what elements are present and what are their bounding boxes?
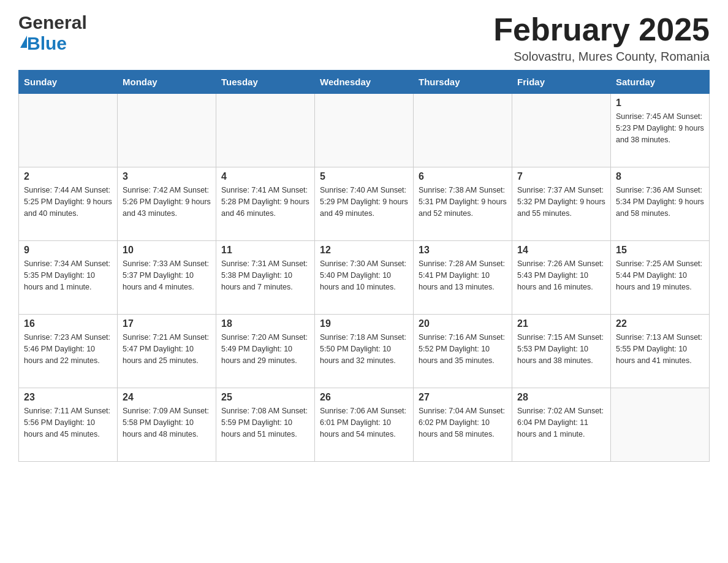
day-info: Sunrise: 7:08 AM Sunset: 5:59 PM Dayligh…: [221, 405, 309, 440]
weekday-header-thursday: Thursday: [414, 71, 512, 94]
calendar-week-row: 1Sunrise: 7:45 AM Sunset: 5:23 PM Daylig…: [19, 94, 710, 167]
calendar-day-cell: 24Sunrise: 7:09 AM Sunset: 5:58 PM Dayli…: [118, 388, 216, 462]
weekday-header-sunday: Sunday: [19, 71, 118, 94]
day-number: 10: [123, 245, 211, 256]
day-number: 2: [24, 171, 112, 182]
calendar-day-cell: 16Sunrise: 7:23 AM Sunset: 5:46 PM Dayli…: [19, 315, 118, 388]
weekday-header-tuesday: Tuesday: [216, 71, 315, 94]
month-title: February 2025: [493, 12, 710, 47]
calendar-day-cell: 12Sunrise: 7:30 AM Sunset: 5:40 PM Dayli…: [315, 241, 414, 315]
day-info: Sunrise: 7:04 AM Sunset: 6:02 PM Dayligh…: [419, 405, 507, 440]
day-info: Sunrise: 7:41 AM Sunset: 5:28 PM Dayligh…: [221, 185, 309, 219]
calendar-day-cell: 5Sunrise: 7:40 AM Sunset: 5:29 PM Daylig…: [315, 167, 414, 241]
day-number: 6: [419, 171, 507, 182]
title-block: February 2025 Solovastru, Mures County, …: [493, 12, 710, 64]
calendar-week-row: 9Sunrise: 7:34 AM Sunset: 5:35 PM Daylig…: [19, 241, 710, 315]
day-number: 3: [123, 171, 211, 182]
calendar-day-cell: 6Sunrise: 7:38 AM Sunset: 5:31 PM Daylig…: [414, 167, 512, 241]
calendar-header-row: SundayMondayTuesdayWednesdayThursdayFrid…: [19, 71, 710, 94]
calendar-day-cell: 17Sunrise: 7:21 AM Sunset: 5:47 PM Dayli…: [118, 315, 216, 388]
calendar-day-cell: 8Sunrise: 7:36 AM Sunset: 5:34 PM Daylig…: [611, 167, 710, 241]
day-number: 25: [221, 392, 309, 403]
calendar-day-cell: 10Sunrise: 7:33 AM Sunset: 5:37 PM Dayli…: [118, 241, 216, 315]
day-number: 22: [616, 318, 704, 329]
day-info: Sunrise: 7:44 AM Sunset: 5:25 PM Dayligh…: [24, 185, 112, 219]
calendar-day-cell: 3Sunrise: 7:42 AM Sunset: 5:26 PM Daylig…: [118, 167, 216, 241]
logo: General Blue: [18, 12, 87, 54]
day-info: Sunrise: 7:25 AM Sunset: 5:44 PM Dayligh…: [616, 258, 704, 293]
calendar-day-cell: [414, 94, 512, 167]
calendar-day-cell: 11Sunrise: 7:31 AM Sunset: 5:38 PM Dayli…: [216, 241, 315, 315]
day-number: 9: [24, 245, 112, 256]
calendar-day-cell: [118, 94, 216, 167]
day-info: Sunrise: 7:06 AM Sunset: 6:01 PM Dayligh…: [320, 405, 408, 440]
day-number: 16: [24, 318, 112, 329]
day-number: 23: [24, 392, 112, 403]
day-info: Sunrise: 7:40 AM Sunset: 5:29 PM Dayligh…: [320, 185, 408, 219]
calendar-day-cell: 14Sunrise: 7:26 AM Sunset: 5:43 PM Dayli…: [512, 241, 611, 315]
calendar-day-cell: [216, 94, 315, 167]
calendar-day-cell: [611, 388, 710, 462]
calendar-day-cell: [19, 94, 118, 167]
calendar-day-cell: 25Sunrise: 7:08 AM Sunset: 5:59 PM Dayli…: [216, 388, 315, 462]
calendar-day-cell: 13Sunrise: 7:28 AM Sunset: 5:41 PM Dayli…: [414, 241, 512, 315]
day-info: Sunrise: 7:15 AM Sunset: 5:53 PM Dayligh…: [517, 332, 605, 366]
location-subtitle: Solovastru, Mures County, Romania: [493, 50, 710, 64]
calendar-day-cell: 18Sunrise: 7:20 AM Sunset: 5:49 PM Dayli…: [216, 315, 315, 388]
day-number: 15: [616, 245, 704, 256]
day-number: 8: [616, 171, 704, 182]
calendar-table: SundayMondayTuesdayWednesdayThursdayFrid…: [18, 70, 710, 462]
day-info: Sunrise: 7:45 AM Sunset: 5:23 PM Dayligh…: [616, 111, 704, 145]
day-info: Sunrise: 7:26 AM Sunset: 5:43 PM Dayligh…: [517, 258, 605, 293]
page-header: General Blue February 2025 Solovastru, M…: [18, 12, 710, 64]
day-info: Sunrise: 7:18 AM Sunset: 5:50 PM Dayligh…: [320, 332, 408, 366]
calendar-day-cell: 9Sunrise: 7:34 AM Sunset: 5:35 PM Daylig…: [19, 241, 118, 315]
day-number: 19: [320, 318, 408, 329]
day-number: 14: [517, 245, 605, 256]
day-number: 21: [517, 318, 605, 329]
calendar-day-cell: 2Sunrise: 7:44 AM Sunset: 5:25 PM Daylig…: [19, 167, 118, 241]
day-info: Sunrise: 7:28 AM Sunset: 5:41 PM Dayligh…: [419, 258, 507, 293]
calendar-day-cell: 27Sunrise: 7:04 AM Sunset: 6:02 PM Dayli…: [414, 388, 512, 462]
weekday-header-monday: Monday: [118, 71, 216, 94]
calendar-week-row: 2Sunrise: 7:44 AM Sunset: 5:25 PM Daylig…: [19, 167, 710, 241]
calendar-day-cell: 28Sunrise: 7:02 AM Sunset: 6:04 PM Dayli…: [512, 388, 611, 462]
calendar-week-row: 23Sunrise: 7:11 AM Sunset: 5:56 PM Dayli…: [19, 388, 710, 462]
day-info: Sunrise: 7:31 AM Sunset: 5:38 PM Dayligh…: [221, 258, 309, 293]
day-info: Sunrise: 7:23 AM Sunset: 5:46 PM Dayligh…: [24, 332, 112, 366]
day-info: Sunrise: 7:36 AM Sunset: 5:34 PM Dayligh…: [616, 185, 704, 219]
day-info: Sunrise: 7:02 AM Sunset: 6:04 PM Dayligh…: [517, 405, 605, 440]
day-number: 17: [123, 318, 211, 329]
logo-triangle-icon: [20, 36, 27, 48]
day-info: Sunrise: 7:13 AM Sunset: 5:55 PM Dayligh…: [616, 332, 704, 366]
day-info: Sunrise: 7:42 AM Sunset: 5:26 PM Dayligh…: [123, 185, 211, 219]
day-info: Sunrise: 7:09 AM Sunset: 5:58 PM Dayligh…: [123, 405, 211, 440]
day-number: 1: [616, 98, 704, 109]
day-number: 27: [419, 392, 507, 403]
calendar-day-cell: 15Sunrise: 7:25 AM Sunset: 5:44 PM Dayli…: [611, 241, 710, 315]
day-number: 7: [517, 171, 605, 182]
weekday-header-wednesday: Wednesday: [315, 71, 414, 94]
calendar-day-cell: 19Sunrise: 7:18 AM Sunset: 5:50 PM Dayli…: [315, 315, 414, 388]
day-number: 18: [221, 318, 309, 329]
calendar-day-cell: 22Sunrise: 7:13 AM Sunset: 5:55 PM Dayli…: [611, 315, 710, 388]
calendar-day-cell: 7Sunrise: 7:37 AM Sunset: 5:32 PM Daylig…: [512, 167, 611, 241]
day-info: Sunrise: 7:16 AM Sunset: 5:52 PM Dayligh…: [419, 332, 507, 366]
day-number: 28: [517, 392, 605, 403]
day-number: 4: [221, 171, 309, 182]
day-info: Sunrise: 7:37 AM Sunset: 5:32 PM Dayligh…: [517, 185, 605, 219]
day-number: 13: [419, 245, 507, 256]
day-info: Sunrise: 7:38 AM Sunset: 5:31 PM Dayligh…: [419, 185, 507, 219]
day-number: 26: [320, 392, 408, 403]
calendar-day-cell: 20Sunrise: 7:16 AM Sunset: 5:52 PM Dayli…: [414, 315, 512, 388]
day-info: Sunrise: 7:30 AM Sunset: 5:40 PM Dayligh…: [320, 258, 408, 293]
day-number: 20: [419, 318, 507, 329]
day-number: 5: [320, 171, 408, 182]
calendar-day-cell: 21Sunrise: 7:15 AM Sunset: 5:53 PM Dayli…: [512, 315, 611, 388]
weekday-header-friday: Friday: [512, 71, 611, 94]
day-info: Sunrise: 7:33 AM Sunset: 5:37 PM Dayligh…: [123, 258, 211, 293]
calendar-day-cell: 4Sunrise: 7:41 AM Sunset: 5:28 PM Daylig…: [216, 167, 315, 241]
calendar-day-cell: 26Sunrise: 7:06 AM Sunset: 6:01 PM Dayli…: [315, 388, 414, 462]
calendar-day-cell: [512, 94, 611, 167]
day-number: 12: [320, 245, 408, 256]
